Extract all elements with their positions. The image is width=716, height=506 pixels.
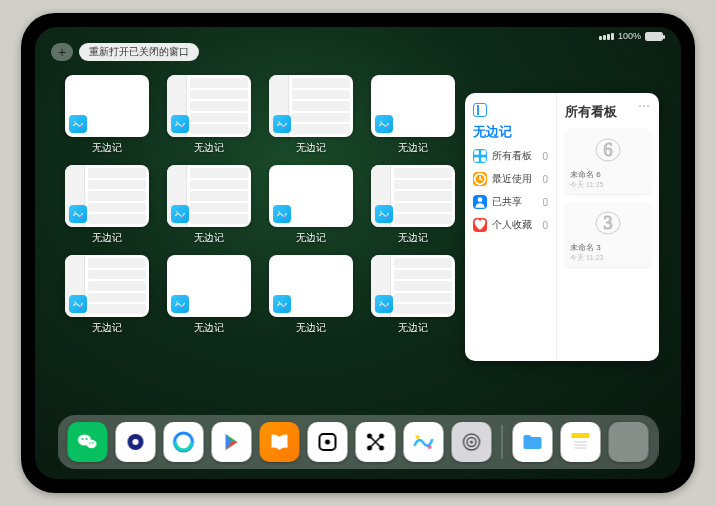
window-thumbnail[interactable]: 无边记 <box>167 75 251 155</box>
window-thumbnail[interactable]: 无边记 <box>65 75 149 155</box>
svg-point-9 <box>80 215 82 217</box>
svg-point-41 <box>133 439 139 445</box>
svg-point-18 <box>176 301 178 303</box>
svg-point-12 <box>278 211 280 213</box>
svg-point-50 <box>428 445 432 449</box>
svg-point-22 <box>380 301 382 303</box>
svg-point-14 <box>380 211 382 213</box>
svg-rect-25 <box>481 150 486 155</box>
freeform-app-icon <box>69 205 87 223</box>
svg-rect-24 <box>474 150 479 155</box>
svg-rect-54 <box>572 433 590 438</box>
svg-point-0 <box>74 121 76 123</box>
sidebar-item-label: 已共享 <box>492 195 537 209</box>
svg-point-17 <box>80 305 82 307</box>
svg-point-8 <box>74 211 76 213</box>
svg-point-3 <box>182 125 184 127</box>
svg-rect-26 <box>474 157 479 162</box>
dock-qqbrowser-icon[interactable] <box>164 422 204 462</box>
window-thumbnail[interactable]: 无边记 <box>65 165 149 245</box>
freeform-app-icon <box>171 115 189 133</box>
window-thumbnail[interactable]: 无边记 <box>167 255 251 335</box>
battery-icon <box>645 32 663 41</box>
panel-left: 无边记 所有看板0最近使用0已共享0个人收藏0 <box>465 93 557 361</box>
dock-dice-icon[interactable] <box>308 422 348 462</box>
sidebar-toggle-icon[interactable] <box>473 103 487 117</box>
sidebar-item-count: 0 <box>542 151 548 162</box>
new-window-button[interactable]: + <box>51 43 73 61</box>
sidebar-item[interactable]: 所有看板0 <box>473 149 548 163</box>
thumbnail-label: 无边记 <box>371 231 455 245</box>
svg-point-2 <box>176 121 178 123</box>
svg-rect-27 <box>481 157 486 162</box>
dock-play-icon[interactable] <box>212 422 252 462</box>
svg-point-7 <box>386 125 388 127</box>
sidebar-item[interactable]: 已共享0 <box>473 195 548 209</box>
window-thumbnail[interactable]: 无边记 <box>371 255 455 335</box>
board-caption: 未命名 3今天 11:23 <box>569 240 647 263</box>
sidebar-item-count: 0 <box>542 197 548 208</box>
freeform-app-icon <box>69 115 87 133</box>
svg-point-16 <box>74 301 76 303</box>
thumbnail-label: 无边记 <box>371 321 455 335</box>
dock-settings-icon[interactable] <box>452 422 492 462</box>
svg-point-53 <box>470 441 473 444</box>
svg-point-39 <box>92 442 94 444</box>
more-icon[interactable]: ⋯ <box>638 99 651 113</box>
svg-point-6 <box>380 121 382 123</box>
thumbnail-label: 无边记 <box>65 231 149 245</box>
svg-point-11 <box>182 215 184 217</box>
board-card[interactable]: 6未命名 6今天 11:25 <box>565 129 651 194</box>
freeform-app-icon <box>69 295 87 313</box>
svg-point-44 <box>325 440 330 445</box>
svg-text:6: 6 <box>604 140 613 160</box>
window-grid: 无边记无边记无边记无边记无边记无边记无边记无边记无边记无边记无边记无边记 <box>65 75 455 335</box>
board-caption: 未命名 6今天 11:25 <box>569 167 647 190</box>
sidebar-item-label: 最近使用 <box>492 172 537 186</box>
svg-point-13 <box>284 215 286 217</box>
ipad-frame: 100% + 重新打开已关闭的窗口 无边记无边记无边记无边记无边记无边记无边记无… <box>21 13 695 493</box>
grid-icon <box>473 149 487 163</box>
window-thumbnail[interactable]: 无边记 <box>269 165 353 245</box>
dock <box>58 415 659 469</box>
svg-point-19 <box>182 305 184 307</box>
sidebar-item-count: 0 <box>542 174 548 185</box>
thumbnail-label: 无边记 <box>167 141 251 155</box>
panel-right: ⋯ 所有看板 6未命名 6今天 11:253未命名 3今天 11:23 <box>557 93 659 361</box>
dock-notes-icon[interactable] <box>561 422 601 462</box>
sidebar-item[interactable]: 最近使用0 <box>473 172 548 186</box>
battery-percent: 100% <box>618 31 641 41</box>
svg-text:3: 3 <box>604 213 613 233</box>
freeform-app-icon <box>171 205 189 223</box>
dock-nodes-icon[interactable] <box>356 422 396 462</box>
window-thumbnail[interactable]: 无边记 <box>269 75 353 155</box>
window-thumbnail[interactable]: 无边记 <box>371 75 455 155</box>
freeform-app-icon <box>375 205 393 223</box>
top-bar: + 重新打开已关闭的窗口 <box>51 43 199 61</box>
sidebar-item-label: 个人收藏 <box>492 218 537 232</box>
screen: 100% + 重新打开已关闭的窗口 无边记无边记无边记无边记无边记无边记无边记无… <box>35 27 681 479</box>
sidebar-item[interactable]: 个人收藏0 <box>473 218 548 232</box>
dock-freeform-icon[interactable] <box>404 422 444 462</box>
svg-point-37 <box>86 438 88 440</box>
window-thumbnail[interactable]: 无边记 <box>167 165 251 245</box>
window-thumbnail[interactable]: 无边记 <box>371 165 455 245</box>
svg-point-4 <box>278 121 280 123</box>
dock-wechat-icon[interactable] <box>68 422 108 462</box>
freeform-app-icon <box>375 295 393 313</box>
board-card[interactable]: 3未命名 3今天 11:23 <box>565 202 651 267</box>
dock-quark-icon[interactable] <box>116 422 156 462</box>
svg-point-35 <box>87 440 97 448</box>
board-sketch: 6 <box>569 133 647 167</box>
dock-books-icon[interactable] <box>260 422 300 462</box>
reopen-closed-window-button[interactable]: 重新打开已关闭的窗口 <box>79 43 199 61</box>
dock-divider <box>502 425 503 459</box>
svg-point-36 <box>82 438 84 440</box>
window-thumbnail[interactable]: 无边记 <box>269 255 353 335</box>
window-thumbnail[interactable]: 无边记 <box>65 255 149 335</box>
dock-folder-icon[interactable] <box>609 422 649 462</box>
status-bar: 100% <box>599 31 663 41</box>
dock-files-icon[interactable] <box>513 422 553 462</box>
freeform-app-icon <box>273 295 291 313</box>
clock-icon <box>473 172 487 186</box>
